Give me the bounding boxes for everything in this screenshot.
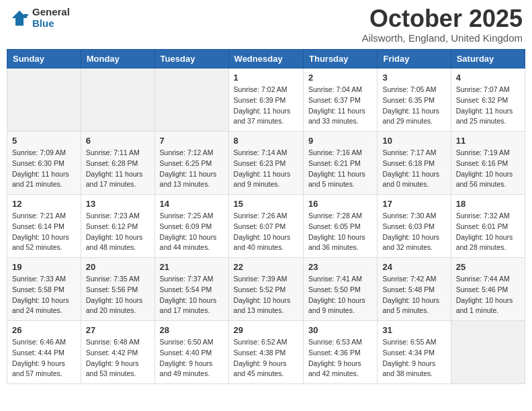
day-number: 20 <box>86 262 150 272</box>
day-number: 6 <box>86 136 150 146</box>
day-number: 11 <box>456 136 520 146</box>
svg-marker-0 <box>12 10 28 26</box>
header-tuesday: Tuesday <box>154 50 228 68</box>
calendar-cell: 3Sunrise: 7:05 AM Sunset: 6:35 PM Daylig… <box>378 68 451 132</box>
calendar-week-2: 12Sunrise: 7:21 AM Sunset: 6:14 PM Dayli… <box>7 195 525 258</box>
header-sunday: Sunday <box>7 50 81 68</box>
day-info: Sunrise: 7:44 AM Sunset: 5:46 PM Dayligh… <box>456 274 520 316</box>
calendar-cell <box>154 68 228 132</box>
calendar-cell: 20Sunrise: 7:35 AM Sunset: 5:56 PM Dayli… <box>81 258 154 321</box>
day-number: 22 <box>234 262 298 272</box>
calendar-cell: 22Sunrise: 7:39 AM Sunset: 5:52 PM Dayli… <box>228 258 303 321</box>
day-number: 9 <box>308 136 372 146</box>
calendar-cell: 25Sunrise: 7:44 AM Sunset: 5:46 PM Dayli… <box>451 258 525 321</box>
day-info: Sunrise: 7:07 AM Sunset: 6:32 PM Dayligh… <box>456 85 520 127</box>
header-wednesday: Wednesday <box>228 50 303 68</box>
calendar-cell: 30Sunrise: 6:53 AM Sunset: 4:36 PM Dayli… <box>304 321 378 384</box>
calendar-cell: 7Sunrise: 7:12 AM Sunset: 6:25 PM Daylig… <box>154 132 228 195</box>
calendar-cell <box>451 321 525 384</box>
day-info: Sunrise: 6:53 AM Sunset: 4:36 PM Dayligh… <box>308 337 372 379</box>
day-info: Sunrise: 6:52 AM Sunset: 4:38 PM Dayligh… <box>234 337 298 379</box>
day-info: Sunrise: 7:09 AM Sunset: 6:30 PM Dayligh… <box>12 148 76 190</box>
page-header: General Blue October 2025 Ailsworth, Eng… <box>7 7 525 44</box>
day-info: Sunrise: 7:28 AM Sunset: 6:05 PM Dayligh… <box>308 211 372 253</box>
day-number: 25 <box>456 262 520 272</box>
header-saturday: Saturday <box>451 50 525 68</box>
calendar-cell: 24Sunrise: 7:42 AM Sunset: 5:48 PM Dayli… <box>378 258 451 321</box>
logo: General Blue <box>9 7 70 29</box>
day-info: Sunrise: 6:50 AM Sunset: 4:40 PM Dayligh… <box>160 337 224 379</box>
day-info: Sunrise: 7:30 AM Sunset: 6:03 PM Dayligh… <box>382 211 445 253</box>
logo-icon <box>9 8 30 28</box>
day-number: 5 <box>12 136 76 146</box>
day-info: Sunrise: 7:04 AM Sunset: 6:37 PM Dayligh… <box>308 85 372 127</box>
calendar-cell: 26Sunrise: 6:46 AM Sunset: 4:44 PM Dayli… <box>7 321 81 384</box>
day-number: 14 <box>160 199 224 209</box>
day-info: Sunrise: 6:55 AM Sunset: 4:34 PM Dayligh… <box>382 337 445 379</box>
day-number: 3 <box>382 73 445 83</box>
day-info: Sunrise: 7:16 AM Sunset: 6:21 PM Dayligh… <box>308 148 372 190</box>
month-title: October 2025 <box>362 7 523 31</box>
title-section: October 2025 Ailsworth, England, United … <box>362 7 523 44</box>
header-friday: Friday <box>378 50 451 68</box>
day-number: 8 <box>234 136 298 146</box>
calendar-cell: 10Sunrise: 7:17 AM Sunset: 6:18 PM Dayli… <box>378 132 451 195</box>
calendar-cell: 27Sunrise: 6:48 AM Sunset: 4:42 PM Dayli… <box>81 321 154 384</box>
day-number: 13 <box>86 199 150 209</box>
calendar-header-row: SundayMondayTuesdayWednesdayThursdayFrid… <box>7 50 525 68</box>
calendar-cell <box>81 68 154 132</box>
day-number: 7 <box>160 136 224 146</box>
calendar-week-4: 26Sunrise: 6:46 AM Sunset: 4:44 PM Dayli… <box>7 321 525 384</box>
day-number: 24 <box>382 262 445 272</box>
calendar-cell: 12Sunrise: 7:21 AM Sunset: 6:14 PM Dayli… <box>7 195 81 258</box>
day-info: Sunrise: 7:12 AM Sunset: 6:25 PM Dayligh… <box>160 148 224 190</box>
day-info: Sunrise: 7:37 AM Sunset: 5:54 PM Dayligh… <box>160 274 224 316</box>
location: Ailsworth, England, United Kingdom <box>362 32 523 44</box>
calendar-cell: 17Sunrise: 7:30 AM Sunset: 6:03 PM Dayli… <box>378 195 451 258</box>
day-number: 17 <box>382 199 445 209</box>
day-info: Sunrise: 7:41 AM Sunset: 5:50 PM Dayligh… <box>308 274 372 316</box>
day-number: 23 <box>308 262 372 272</box>
calendar-cell: 9Sunrise: 7:16 AM Sunset: 6:21 PM Daylig… <box>304 132 378 195</box>
calendar-cell: 11Sunrise: 7:19 AM Sunset: 6:16 PM Dayli… <box>451 132 525 195</box>
day-info: Sunrise: 7:19 AM Sunset: 6:16 PM Dayligh… <box>456 148 520 190</box>
day-info: Sunrise: 7:11 AM Sunset: 6:28 PM Dayligh… <box>86 148 150 190</box>
calendar-week-1: 5Sunrise: 7:09 AM Sunset: 6:30 PM Daylig… <box>7 132 525 195</box>
day-info: Sunrise: 6:46 AM Sunset: 4:44 PM Dayligh… <box>12 337 76 379</box>
calendar-cell: 19Sunrise: 7:33 AM Sunset: 5:58 PM Dayli… <box>7 258 81 321</box>
calendar-cell: 15Sunrise: 7:26 AM Sunset: 6:07 PM Dayli… <box>228 195 303 258</box>
day-number: 10 <box>382 136 445 146</box>
calendar-cell: 4Sunrise: 7:07 AM Sunset: 6:32 PM Daylig… <box>451 68 525 132</box>
calendar-cell: 14Sunrise: 7:25 AM Sunset: 6:09 PM Dayli… <box>154 195 228 258</box>
day-info: Sunrise: 7:02 AM Sunset: 6:39 PM Dayligh… <box>234 85 298 127</box>
calendar-cell: 21Sunrise: 7:37 AM Sunset: 5:54 PM Dayli… <box>154 258 228 321</box>
calendar-table: SundayMondayTuesdayWednesdayThursdayFrid… <box>7 49 525 384</box>
calendar-cell: 29Sunrise: 6:52 AM Sunset: 4:38 PM Dayli… <box>228 321 303 384</box>
header-thursday: Thursday <box>304 50 378 68</box>
day-number: 2 <box>308 73 372 83</box>
calendar-cell: 8Sunrise: 7:14 AM Sunset: 6:23 PM Daylig… <box>228 132 303 195</box>
day-number: 18 <box>456 199 520 209</box>
calendar-cell: 6Sunrise: 7:11 AM Sunset: 6:28 PM Daylig… <box>81 132 154 195</box>
calendar-cell: 2Sunrise: 7:04 AM Sunset: 6:37 PM Daylig… <box>304 68 378 132</box>
day-info: Sunrise: 7:42 AM Sunset: 5:48 PM Dayligh… <box>382 274 445 316</box>
day-number: 1 <box>234 73 298 83</box>
calendar-cell: 23Sunrise: 7:41 AM Sunset: 5:50 PM Dayli… <box>304 258 378 321</box>
calendar-cell: 13Sunrise: 7:23 AM Sunset: 6:12 PM Dayli… <box>81 195 154 258</box>
day-number: 12 <box>12 199 76 209</box>
day-number: 26 <box>12 325 76 335</box>
day-info: Sunrise: 6:48 AM Sunset: 4:42 PM Dayligh… <box>86 337 150 379</box>
calendar-week-0: 1Sunrise: 7:02 AM Sunset: 6:39 PM Daylig… <box>7 68 525 132</box>
day-info: Sunrise: 7:32 AM Sunset: 6:01 PM Dayligh… <box>456 211 520 253</box>
calendar-cell: 28Sunrise: 6:50 AM Sunset: 4:40 PM Dayli… <box>154 321 228 384</box>
calendar-cell <box>7 68 81 132</box>
logo-blue-text: Blue <box>32 18 70 30</box>
calendar-cell: 18Sunrise: 7:32 AM Sunset: 6:01 PM Dayli… <box>451 195 525 258</box>
day-number: 27 <box>86 325 150 335</box>
day-info: Sunrise: 7:39 AM Sunset: 5:52 PM Dayligh… <box>234 274 298 316</box>
day-info: Sunrise: 7:35 AM Sunset: 5:56 PM Dayligh… <box>86 274 150 316</box>
day-number: 15 <box>234 199 298 209</box>
day-info: Sunrise: 7:26 AM Sunset: 6:07 PM Dayligh… <box>234 211 298 253</box>
day-info: Sunrise: 7:14 AM Sunset: 6:23 PM Dayligh… <box>234 148 298 190</box>
day-number: 31 <box>382 325 445 335</box>
